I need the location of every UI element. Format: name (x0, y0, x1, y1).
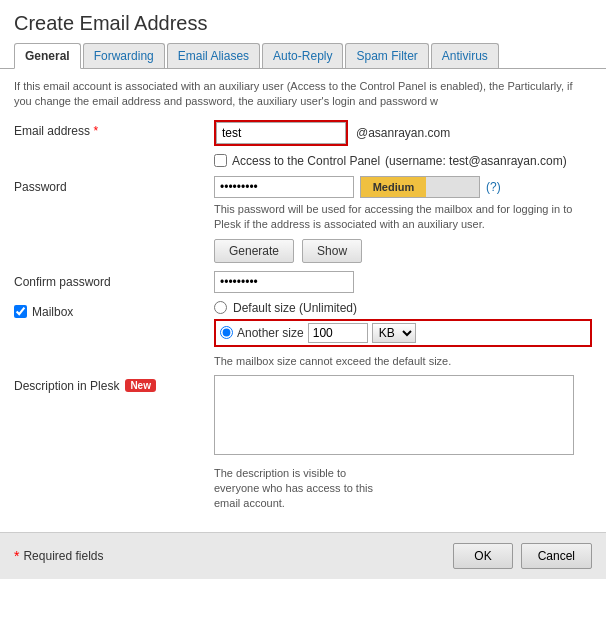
new-badge: New (125, 379, 156, 392)
generate-button[interactable]: Generate (214, 239, 294, 263)
tab-antivirus[interactable]: Antivirus (431, 43, 499, 68)
description-field (214, 375, 574, 458)
default-size-radio[interactable] (214, 301, 227, 314)
mailbox-checkbox[interactable] (14, 305, 27, 318)
another-size-radio[interactable] (220, 326, 233, 339)
access-checkbox[interactable] (214, 154, 227, 167)
mailbox-row: Mailbox Default size (Unlimited) Another… (14, 301, 592, 367)
email-label: Email address * (14, 120, 214, 138)
password-input[interactable] (214, 176, 354, 198)
access-username: (username: test@asanrayan.com) (385, 154, 567, 168)
tab-auto-reply[interactable]: Auto-Reply (262, 43, 343, 68)
password-note: This password will be used for accessing… (214, 202, 574, 233)
default-size-label: Default size (Unlimited) (233, 301, 357, 315)
footer-bar: * Required fields OK Cancel (0, 532, 606, 579)
description-label-wrap: Description in Plesk New (14, 375, 214, 393)
email-input-wrapper (214, 120, 348, 146)
help-link[interactable]: (?) (486, 180, 501, 194)
password-group: Medium (?) (214, 176, 592, 198)
content-area: If this email account is associated with… (0, 69, 606, 522)
mailbox-label: Mailbox (14, 301, 214, 319)
strength-fill: Medium (361, 177, 426, 197)
default-size-row: Default size (Unlimited) (214, 301, 592, 315)
email-domain: @asanrayan.com (352, 126, 450, 140)
strength-bar: Medium (360, 176, 480, 198)
access-label: Access to the Control Panel (232, 154, 380, 168)
description-label: Description in Plesk (14, 379, 119, 393)
tab-email-aliases[interactable]: Email Aliases (167, 43, 260, 68)
tab-spam-filter[interactable]: Spam Filter (345, 43, 428, 68)
page-title: Create Email Address (0, 0, 606, 43)
ok-button[interactable]: OK (453, 543, 512, 569)
confirm-password-input[interactable] (214, 271, 354, 293)
description-note: The description is visible to everyone w… (14, 466, 374, 512)
password-label: Password (14, 176, 214, 194)
info-text: If this email account is associated with… (14, 79, 592, 110)
another-size-label: Another size (237, 326, 304, 340)
confirm-password-field (214, 271, 592, 293)
access-row: Access to the Control Panel (username: t… (14, 154, 592, 168)
required-star: * (14, 548, 19, 564)
password-row: Password Medium (?) This password will b… (14, 176, 592, 263)
tab-forwarding[interactable]: Forwarding (83, 43, 165, 68)
mailbox-options: Default size (Unlimited) Another size KB… (214, 301, 592, 367)
cancel-button[interactable]: Cancel (521, 543, 592, 569)
show-button[interactable]: Show (302, 239, 362, 263)
size-input[interactable] (308, 323, 368, 343)
tabs-bar: General Forwarding Email Aliases Auto-Re… (0, 43, 606, 69)
email-row: Email address * @asanrayan.com (14, 120, 592, 146)
footer-buttons: OK Cancel (453, 543, 592, 569)
email-field: @asanrayan.com (214, 120, 592, 146)
size-unit-select[interactable]: KB MB GB (372, 323, 416, 343)
password-btn-group: Generate Show (214, 239, 592, 263)
email-required-star: * (93, 124, 98, 138)
tab-general[interactable]: General (14, 43, 81, 69)
another-size-row: Another size KB MB GB (214, 319, 592, 347)
email-input-group: @asanrayan.com (214, 120, 592, 146)
description-textarea[interactable] (214, 375, 574, 455)
mailbox-note: The mailbox size cannot exceed the defau… (214, 355, 592, 367)
mailbox-field: Default size (Unlimited) Another size KB… (214, 301, 592, 367)
required-label: Required fields (23, 549, 103, 563)
email-input[interactable] (216, 122, 346, 144)
confirm-password-row: Confirm password (14, 271, 592, 293)
description-row: Description in Plesk New (14, 375, 592, 458)
required-note: * Required fields (14, 548, 104, 564)
page-container: Create Email Address General Forwarding … (0, 0, 606, 626)
password-field: Medium (?) This password will be used fo… (214, 176, 592, 263)
confirm-password-label: Confirm password (14, 271, 214, 289)
